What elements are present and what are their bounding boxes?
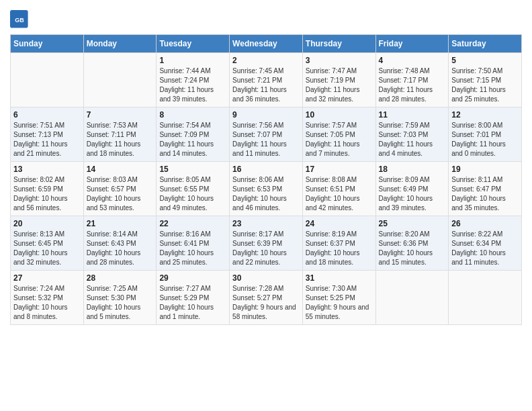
cell-content: Sunrise: 7:57 AM Sunset: 7:05 PM Dayligh… (306, 121, 373, 158)
header-cell-thursday: Thursday (302, 35, 375, 53)
calendar-cell: 18Sunrise: 8:09 AM Sunset: 6:49 PM Dayli… (375, 162, 449, 216)
cell-content: Sunrise: 7:56 AM Sunset: 7:07 PM Dayligh… (232, 121, 300, 158)
calendar-cell: 2Sunrise: 7:45 AM Sunset: 7:21 PM Daylig… (230, 53, 303, 107)
day-number: 17 (306, 165, 373, 174)
cell-content: Sunrise: 8:19 AM Sunset: 6:37 PM Dayligh… (306, 230, 373, 267)
cell-content: Sunrise: 8:20 AM Sunset: 6:36 PM Dayligh… (379, 230, 446, 267)
cell-content: Sunrise: 8:17 AM Sunset: 6:39 PM Dayligh… (232, 230, 300, 267)
calendar-cell: 30Sunrise: 7:28 AM Sunset: 5:27 PM Dayli… (230, 271, 303, 325)
day-number: 11 (379, 110, 446, 120)
svg-text:GB: GB (15, 17, 24, 24)
calendar-cell: 6Sunrise: 7:51 AM Sunset: 7:13 PM Daylig… (11, 107, 84, 162)
cell-content: Sunrise: 7:51 AM Sunset: 7:13 PM Dayligh… (13, 121, 81, 158)
day-number: 10 (306, 110, 373, 120)
cell-content: Sunrise: 8:14 AM Sunset: 6:43 PM Dayligh… (87, 230, 154, 267)
cell-content: Sunrise: 7:45 AM Sunset: 7:21 PM Dayligh… (232, 66, 300, 104)
page-header: GB (10, 7, 522, 29)
cell-content: Sunrise: 7:59 AM Sunset: 7:03 PM Dayligh… (379, 121, 446, 158)
calendar-table: SundayMondayTuesdayWednesdayThursdayFrid… (10, 34, 522, 325)
logo: GB (10, 10, 32, 29)
day-number: 6 (13, 110, 81, 120)
cell-content: Sunrise: 8:06 AM Sunset: 6:53 PM Dayligh… (232, 175, 300, 213)
day-number: 8 (159, 110, 226, 120)
day-number: 5 (451, 56, 519, 65)
day-number: 26 (451, 219, 519, 228)
calendar-body: 1Sunrise: 7:44 AM Sunset: 7:24 PM Daylig… (11, 53, 522, 325)
day-number: 23 (232, 219, 300, 228)
cell-content: Sunrise: 8:22 AM Sunset: 6:34 PM Dayligh… (451, 230, 519, 267)
day-number: 2 (232, 56, 300, 65)
cell-content: Sunrise: 7:28 AM Sunset: 5:27 PM Dayligh… (232, 284, 300, 322)
calendar-cell: 29Sunrise: 7:27 AM Sunset: 5:29 PM Dayli… (157, 271, 230, 325)
day-number: 18 (379, 165, 446, 174)
day-number: 31 (306, 273, 373, 283)
cell-content: Sunrise: 7:30 AM Sunset: 5:25 PM Dayligh… (306, 284, 373, 322)
day-number: 22 (159, 219, 226, 228)
cell-content: Sunrise: 8:11 AM Sunset: 6:47 PM Dayligh… (451, 175, 519, 213)
calendar-cell (11, 53, 84, 107)
header-cell-friday: Friday (375, 35, 449, 53)
cell-content: Sunrise: 8:05 AM Sunset: 6:55 PM Dayligh… (159, 175, 226, 213)
cell-content: Sunrise: 8:02 AM Sunset: 6:59 PM Dayligh… (13, 175, 81, 213)
cell-content: Sunrise: 7:24 AM Sunset: 5:32 PM Dayligh… (13, 284, 81, 322)
calendar-cell: 8Sunrise: 7:54 AM Sunset: 7:09 PM Daylig… (157, 107, 230, 162)
cell-content: Sunrise: 8:03 AM Sunset: 6:57 PM Dayligh… (87, 175, 154, 213)
day-number: 16 (232, 165, 300, 174)
cell-content: Sunrise: 7:27 AM Sunset: 5:29 PM Dayligh… (159, 284, 226, 322)
calendar-cell: 24Sunrise: 8:19 AM Sunset: 6:37 PM Dayli… (302, 216, 375, 271)
day-number: 1 (159, 56, 226, 65)
day-number: 27 (13, 273, 81, 283)
header-cell-tuesday: Tuesday (157, 35, 230, 53)
cell-content: Sunrise: 7:53 AM Sunset: 7:11 PM Dayligh… (87, 121, 154, 158)
week-row-4: 20Sunrise: 8:13 AM Sunset: 6:45 PM Dayli… (11, 216, 522, 271)
calendar-cell: 11Sunrise: 7:59 AM Sunset: 7:03 PM Dayli… (375, 107, 449, 162)
calendar-cell: 20Sunrise: 8:13 AM Sunset: 6:45 PM Dayli… (11, 216, 84, 271)
calendar-cell: 26Sunrise: 8:22 AM Sunset: 6:34 PM Dayli… (449, 216, 522, 271)
day-number: 3 (306, 56, 373, 65)
calendar-cell: 25Sunrise: 8:20 AM Sunset: 6:36 PM Dayli… (375, 216, 449, 271)
calendar-cell: 7Sunrise: 7:53 AM Sunset: 7:11 PM Daylig… (83, 107, 157, 162)
calendar-cell: 13Sunrise: 8:02 AM Sunset: 6:59 PM Dayli… (11, 162, 84, 216)
day-number: 4 (379, 56, 446, 65)
calendar-cell: 31Sunrise: 7:30 AM Sunset: 5:25 PM Dayli… (302, 271, 375, 325)
calendar-cell: 4Sunrise: 7:48 AM Sunset: 7:17 PM Daylig… (375, 53, 449, 107)
calendar-header: SundayMondayTuesdayWednesdayThursdayFrid… (11, 35, 522, 53)
calendar-cell: 17Sunrise: 8:08 AM Sunset: 6:51 PM Dayli… (302, 162, 375, 216)
cell-content: Sunrise: 7:50 AM Sunset: 7:15 PM Dayligh… (451, 66, 519, 104)
cell-content: Sunrise: 8:08 AM Sunset: 6:51 PM Dayligh… (306, 175, 373, 213)
day-number: 19 (451, 165, 519, 174)
calendar-cell: 16Sunrise: 8:06 AM Sunset: 6:53 PM Dayli… (230, 162, 303, 216)
cell-content: Sunrise: 7:25 AM Sunset: 5:30 PM Dayligh… (87, 284, 154, 322)
calendar-cell (449, 271, 522, 325)
day-number: 28 (87, 273, 154, 283)
header-row: SundayMondayTuesdayWednesdayThursdayFrid… (11, 35, 522, 53)
day-number: 24 (306, 219, 373, 228)
cell-content: Sunrise: 8:16 AM Sunset: 6:41 PM Dayligh… (159, 230, 226, 267)
day-number: 20 (13, 219, 81, 228)
calendar-cell: 19Sunrise: 8:11 AM Sunset: 6:47 PM Dayli… (449, 162, 522, 216)
cell-content: Sunrise: 7:48 AM Sunset: 7:17 PM Dayligh… (379, 66, 446, 104)
week-row-1: 1Sunrise: 7:44 AM Sunset: 7:24 PM Daylig… (11, 53, 522, 107)
logo-icon: GB (10, 10, 29, 29)
week-row-2: 6Sunrise: 7:51 AM Sunset: 7:13 PM Daylig… (11, 107, 522, 162)
calendar-cell: 9Sunrise: 7:56 AM Sunset: 7:07 PM Daylig… (230, 107, 303, 162)
cell-content: Sunrise: 8:00 AM Sunset: 7:01 PM Dayligh… (451, 121, 519, 158)
calendar-cell: 10Sunrise: 7:57 AM Sunset: 7:05 PM Dayli… (302, 107, 375, 162)
calendar-cell: 15Sunrise: 8:05 AM Sunset: 6:55 PM Dayli… (157, 162, 230, 216)
calendar-cell: 1Sunrise: 7:44 AM Sunset: 7:24 PM Daylig… (157, 53, 230, 107)
header-cell-wednesday: Wednesday (230, 35, 303, 53)
header-cell-monday: Monday (83, 35, 157, 53)
cell-content: Sunrise: 8:09 AM Sunset: 6:49 PM Dayligh… (379, 175, 446, 213)
calendar-cell: 3Sunrise: 7:47 AM Sunset: 7:19 PM Daylig… (302, 53, 375, 107)
day-number: 9 (232, 110, 300, 120)
calendar-cell: 12Sunrise: 8:00 AM Sunset: 7:01 PM Dayli… (449, 107, 522, 162)
calendar-cell: 14Sunrise: 8:03 AM Sunset: 6:57 PM Dayli… (83, 162, 157, 216)
calendar-cell: 27Sunrise: 7:24 AM Sunset: 5:32 PM Dayli… (11, 271, 84, 325)
day-number: 14 (87, 165, 154, 174)
cell-content: Sunrise: 8:13 AM Sunset: 6:45 PM Dayligh… (13, 230, 81, 267)
calendar-cell: 21Sunrise: 8:14 AM Sunset: 6:43 PM Dayli… (83, 216, 157, 271)
calendar-cell (83, 53, 157, 107)
calendar-cell: 28Sunrise: 7:25 AM Sunset: 5:30 PM Dayli… (83, 271, 157, 325)
calendar-cell (375, 271, 449, 325)
day-number: 12 (451, 110, 519, 120)
